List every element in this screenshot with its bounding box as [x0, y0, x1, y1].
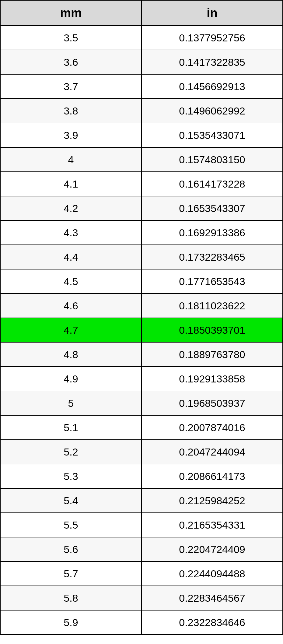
cell-in: 0.1456692913	[142, 74, 283, 99]
cell-mm: 5.8	[0, 586, 142, 610]
table-row: 3.70.1456692913	[0, 74, 283, 99]
table-row: 4.60.1811023622	[0, 294, 283, 318]
table-row: 5.20.2047244094	[0, 440, 283, 464]
cell-mm: 4.6	[0, 294, 142, 318]
cell-in: 0.2125984252	[142, 488, 283, 513]
cell-in: 0.2244094488	[142, 561, 283, 586]
cell-mm: 4.1	[0, 172, 142, 196]
table-row: 5.50.2165354331	[0, 513, 283, 537]
cell-in: 0.1771653543	[142, 269, 283, 294]
cell-in: 0.1377952756	[142, 26, 283, 50]
table-row: 5.80.2283464567	[0, 586, 283, 610]
table-row: 3.80.1496062992	[0, 99, 283, 123]
cell-mm: 4.9	[0, 367, 142, 391]
cell-mm: 3.7	[0, 74, 142, 99]
cell-mm: 5.1	[0, 415, 142, 440]
cell-mm: 4.2	[0, 196, 142, 220]
table-row: 4.40.1732283465	[0, 245, 283, 269]
cell-mm: 5	[0, 391, 142, 415]
table-row: 4.90.1929133858	[0, 367, 283, 391]
table-row: 4.20.1653543307	[0, 196, 283, 220]
cell-in: 0.1850393701	[142, 318, 283, 342]
cell-in: 0.2204724409	[142, 537, 283, 561]
cell-in: 0.1574803150	[142, 147, 283, 172]
table-row: 5.70.2244094488	[0, 561, 283, 586]
cell-in: 0.1732283465	[142, 245, 283, 269]
cell-mm: 5.7	[0, 561, 142, 586]
cell-in: 0.1968503937	[142, 391, 283, 415]
table-row: 5.10.2007874016	[0, 415, 283, 440]
cell-mm: 5.2	[0, 440, 142, 464]
cell-mm: 5.9	[0, 610, 142, 635]
table-row: 3.50.1377952756	[0, 26, 283, 50]
table-row: 3.60.1417322835	[0, 50, 283, 74]
cell-in: 0.1496062992	[142, 99, 283, 123]
table-row: 4.50.1771653543	[0, 269, 283, 294]
cell-mm: 3.8	[0, 99, 142, 123]
table-row: 5.30.2086614173	[0, 464, 283, 488]
cell-in: 0.2165354331	[142, 513, 283, 537]
cell-mm: 5.3	[0, 464, 142, 488]
cell-mm: 4.4	[0, 245, 142, 269]
cell-in: 0.1535433071	[142, 123, 283, 147]
column-header-mm: mm	[0, 0, 142, 26]
cell-mm: 4.7	[0, 318, 142, 342]
cell-in: 0.1929133858	[142, 367, 283, 391]
table-body: 3.50.13779527563.60.14173228353.70.14566…	[0, 26, 283, 635]
cell-mm: 4.3	[0, 220, 142, 245]
cell-in: 0.1889763780	[142, 342, 283, 367]
cell-mm: 3.5	[0, 26, 142, 50]
table-row: 5.60.2204724409	[0, 537, 283, 561]
cell-in: 0.2007874016	[142, 415, 283, 440]
table-row: 4.70.1850393701	[0, 318, 283, 342]
cell-mm: 5.4	[0, 488, 142, 513]
table-row: 4.80.1889763780	[0, 342, 283, 367]
table-row: 5.90.2322834646	[0, 610, 283, 635]
cell-in: 0.1614173228	[142, 172, 283, 196]
table-row: 40.1574803150	[0, 147, 283, 172]
cell-mm: 4.8	[0, 342, 142, 367]
conversion-table: mm in 3.50.13779527563.60.14173228353.70…	[0, 0, 283, 635]
table-row: 3.90.1535433071	[0, 123, 283, 147]
table-row: 4.10.1614173228	[0, 172, 283, 196]
cell-mm: 5.5	[0, 513, 142, 537]
table-row: 5.40.2125984252	[0, 488, 283, 513]
cell-in: 0.2086614173	[142, 464, 283, 488]
table-row: 50.1968503937	[0, 391, 283, 415]
table-header-row: mm in	[0, 0, 283, 26]
cell-in: 0.1811023622	[142, 294, 283, 318]
cell-mm: 4	[0, 147, 142, 172]
cell-mm: 3.6	[0, 50, 142, 74]
cell-in: 0.2047244094	[142, 440, 283, 464]
cell-in: 0.1653543307	[142, 196, 283, 220]
cell-in: 0.2283464567	[142, 586, 283, 610]
cell-mm: 5.6	[0, 537, 142, 561]
column-header-in: in	[142, 0, 283, 26]
table-row: 4.30.1692913386	[0, 220, 283, 245]
cell-in: 0.1417322835	[142, 50, 283, 74]
cell-mm: 3.9	[0, 123, 142, 147]
cell-in: 0.2322834646	[142, 610, 283, 635]
cell-mm: 4.5	[0, 269, 142, 294]
cell-in: 0.1692913386	[142, 220, 283, 245]
